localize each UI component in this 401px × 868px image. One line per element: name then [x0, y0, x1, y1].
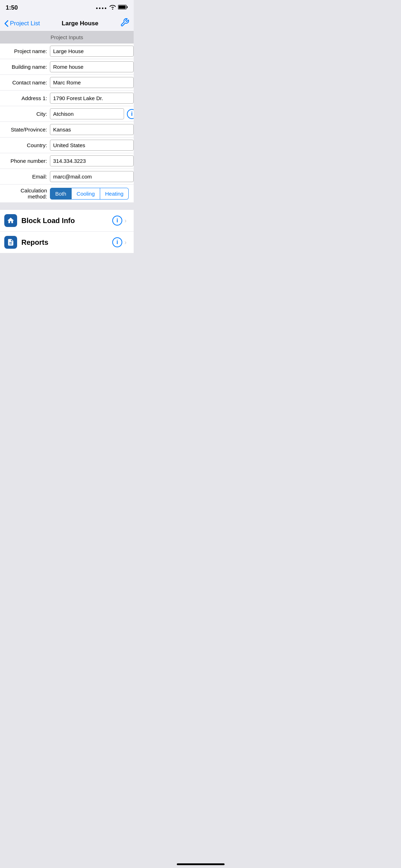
status-icons: ●●●●	[96, 5, 128, 11]
phone-label: Phone number:	[0, 158, 50, 164]
city-label: City:	[0, 111, 50, 117]
contact-name-input[interactable]	[50, 77, 134, 88]
section-gap	[0, 203, 134, 210]
city-info-button[interactable]: i	[127, 109, 134, 119]
block-load-chevron-icon: ›	[124, 217, 127, 224]
reports-info-button[interactable]: i	[112, 237, 122, 247]
reports-chevron-icon: ›	[124, 239, 127, 246]
page-title: Large House	[62, 20, 98, 27]
contact-name-row: Contact name:	[0, 75, 134, 91]
block-load-info-button[interactable]: i	[112, 216, 122, 226]
reports-icon	[4, 236, 17, 249]
country-input[interactable]	[50, 140, 134, 151]
building-name-label: Building name:	[0, 64, 50, 70]
wifi-icon	[109, 5, 116, 11]
status-time: 1:50	[6, 4, 18, 11]
section-header: Project Inputs	[0, 31, 134, 43]
state-input[interactable]	[50, 124, 134, 135]
country-row: Country:	[0, 138, 134, 153]
address1-label: Address 1:	[0, 95, 50, 101]
bottom-content	[0, 253, 134, 360]
calc-heating-button[interactable]: Heating	[100, 188, 129, 200]
state-label: State/Province:	[0, 126, 50, 133]
country-label: Country:	[0, 142, 50, 148]
contact-name-label: Contact name:	[0, 79, 50, 86]
battery-icon	[118, 5, 128, 11]
block-load-info-icon	[4, 214, 17, 227]
email-input[interactable]	[50, 171, 134, 182]
nav-bar: Project List Large House	[0, 16, 134, 31]
calc-cooling-button[interactable]: Cooling	[72, 188, 100, 200]
calc-both-button[interactable]: Both	[50, 188, 72, 200]
state-row: State/Province:	[0, 122, 134, 138]
block-load-info-item[interactable]: Block Load Info i ›	[0, 210, 134, 232]
calculation-method-row: Calculation method: Both Cooling Heating	[0, 185, 134, 203]
phone-row: Phone number:	[0, 153, 134, 169]
back-label: Project List	[10, 20, 40, 27]
email-label: Email:	[0, 174, 50, 180]
city-row: City: i ›	[0, 106, 134, 122]
project-name-label: Project name:	[0, 48, 50, 54]
building-name-input[interactable]	[50, 61, 134, 72]
tools-icon[interactable]	[120, 18, 129, 29]
address1-row: Address 1:	[0, 91, 134, 106]
email-row: Email:	[0, 169, 134, 185]
block-load-info-label: Block Load Info	[21, 217, 112, 225]
project-name-input[interactable]	[50, 46, 134, 57]
city-input[interactable]	[50, 108, 124, 119]
project-name-row: Project name:	[0, 43, 134, 59]
calculation-method-buttons: Both Cooling Heating	[50, 188, 129, 200]
back-button[interactable]: Project List	[4, 20, 40, 27]
phone-input[interactable]	[50, 155, 134, 166]
reports-item[interactable]: Reports i ›	[0, 232, 134, 253]
svg-rect-1	[119, 6, 126, 9]
form-container: Project name: Building name: Contact nam…	[0, 43, 134, 203]
status-bar: 1:50 ●●●●	[0, 0, 134, 16]
signal-dots-icon: ●●●●	[96, 6, 107, 10]
building-name-row: Building name:	[0, 59, 134, 75]
reports-label: Reports	[21, 238, 112, 247]
calculation-method-label: Calculation method:	[0, 187, 50, 200]
svg-rect-2	[127, 6, 128, 8]
address1-input[interactable]	[50, 93, 134, 104]
